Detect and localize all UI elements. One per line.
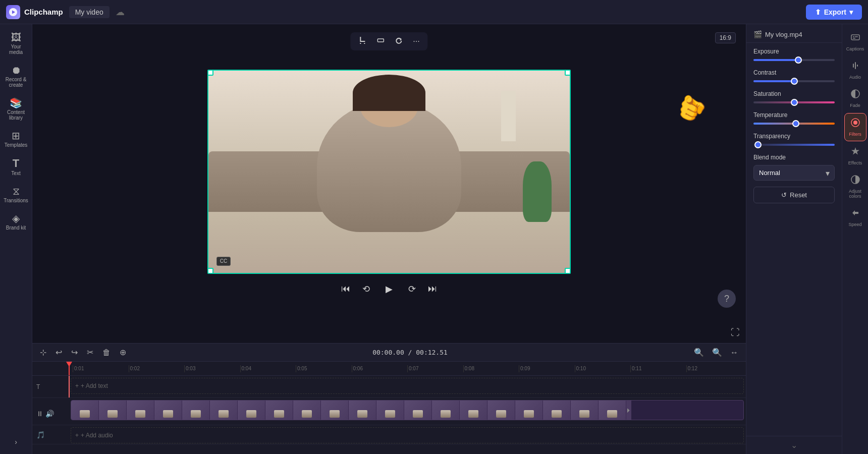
sidebar-item-your-media[interactable]: 🖼 Your media — [2, 28, 30, 59]
svg-rect-5 — [853, 38, 855, 39]
video-title[interactable]: My video — [69, 6, 110, 18]
your-media-icon: 🖼 — [11, 32, 21, 42]
pause-track-icon[interactable]: ⏸ — [36, 410, 43, 418]
rail-label-adjust: Adjust colors — [846, 189, 864, 199]
video-track-strip[interactable]: ⏵ — [71, 400, 744, 420]
play-pause-button[interactable]: ▶ — [380, 280, 398, 298]
skip-to-start-button[interactable]: ⏮ — [339, 281, 352, 296]
sidebar-item-templates[interactable]: ⊞ Templates — [2, 127, 30, 152]
add-text-track-button[interactable]: + + Add text — [71, 378, 744, 394]
add-audio-track-button[interactable]: + + Add audio — [71, 427, 744, 443]
saturation-section: Saturation — [753, 90, 835, 103]
video-thumb-5 — [182, 401, 210, 420]
sidebar-label-brand: Brand kit — [6, 225, 26, 231]
preview-toolbar: ··· — [350, 32, 427, 50]
rail-item-captions[interactable]: Captions — [844, 28, 866, 55]
contrast-slider-thumb[interactable] — [791, 78, 798, 85]
fullscreen-button[interactable]: ⛶ — [731, 327, 740, 338]
video-track-label: ⏸ 🔊 — [32, 406, 69, 418]
video-track-row: ⏸ 🔊 — [32, 398, 746, 425]
track-end-handle[interactable]: ⏵ — [626, 401, 631, 420]
video-track-content[interactable]: ⏵ — [69, 398, 746, 425]
timeline-delete-button[interactable]: 🗑 — [100, 347, 113, 359]
rail-item-adjust-colors[interactable]: Adjust colors — [844, 171, 866, 203]
contrast-slider-track[interactable] — [753, 80, 835, 82]
rotate-tool-button[interactable] — [392, 35, 406, 47]
audio-track-icon[interactable]: 🔊 — [45, 410, 54, 418]
resize-handle-tl[interactable] — [207, 70, 213, 76]
timeline-magnet-button[interactable]: ⊹ — [37, 346, 49, 359]
blend-mode-select[interactable]: Normal Multiply Screen Overlay Darken Li… — [753, 165, 835, 181]
video-frame[interactable]: CC — [207, 70, 571, 274]
sidebar-collapse-btn[interactable]: › — [2, 434, 30, 450]
panel-collapse-button[interactable]: ⌄ — [746, 436, 842, 454]
resize-handle-bl[interactable] — [207, 268, 213, 274]
sidebar-item-brand[interactable]: ◈ Brand kit — [2, 209, 30, 235]
exposure-slider-track[interactable] — [753, 59, 835, 61]
audio-track-content[interactable]: + + Add audio — [69, 425, 746, 444]
sidebar-item-content-library[interactable]: 📚 Content library — [2, 94, 30, 125]
zoom-in-button[interactable]: 🔍 — [710, 346, 725, 359]
file-name: My vlog.mp4 — [765, 31, 802, 38]
ruler-mark: 0:09 — [519, 365, 575, 372]
saturation-slider-track[interactable] — [753, 101, 835, 103]
video-scene — [208, 71, 570, 273]
rewind-button[interactable]: ⟲ — [360, 281, 372, 297]
timeline-cut-button[interactable]: ✂ — [84, 346, 96, 359]
zoom-out-button[interactable]: 🔍 — [691, 346, 707, 359]
forward-button[interactable]: ⟳ — [406, 281, 418, 297]
temperature-slider-thumb[interactable] — [792, 120, 799, 127]
ruler-mark: 0:06 — [352, 365, 408, 372]
saturation-label: Saturation — [753, 90, 835, 97]
rail-item-audio[interactable]: Audio — [844, 56, 866, 84]
text-track-content[interactable]: + + Add text — [69, 376, 746, 398]
crop-tool-button[interactable] — [355, 35, 369, 47]
ruler-mark: 0:04 — [240, 365, 296, 372]
sidebar-item-transitions[interactable]: ⧖ Transitions — [2, 182, 30, 207]
timeline-redo-button[interactable]: ↪ — [69, 346, 80, 359]
svg-rect-3 — [853, 36, 854, 37]
sidebar-item-text[interactable]: T Text — [2, 154, 30, 180]
left-sidebar: 🖼 Your media ⏺ Record & create 📚 Content… — [0, 24, 32, 454]
ruler-mark: 0:01 — [73, 365, 129, 372]
color-controls: Exposure Contrast Saturation — [746, 43, 842, 436]
video-thumb-19 — [571, 401, 599, 420]
cc-badge[interactable]: CC — [216, 257, 231, 266]
rail-item-speed[interactable]: Speed — [844, 204, 866, 231]
more-options-button[interactable]: ··· — [410, 35, 422, 47]
app-logo[interactable]: Clipchamp — [6, 5, 63, 19]
sidebar-label-your-media: Your media — [4, 44, 28, 55]
reset-icon: ↺ — [781, 191, 787, 199]
reset-button[interactable]: ↺ Reset — [753, 187, 835, 203]
rail-label-captions: Captions — [846, 46, 864, 51]
fit-tool-button[interactable] — [373, 35, 388, 47]
templates-icon: ⊞ — [12, 131, 20, 141]
timeline-add-button[interactable]: ⊕ — [117, 346, 129, 359]
far-right-rail: Captions Audio Fade — [842, 24, 868, 454]
transparency-slider-thumb[interactable] — [754, 141, 762, 148]
timeline-undo-button[interactable]: ↩ — [53, 346, 65, 359]
temperature-section: Temperature — [753, 111, 835, 125]
rail-item-effects[interactable]: Effects — [844, 142, 866, 169]
resize-handle-tr[interactable] — [565, 70, 571, 76]
video-thumb-20 — [599, 401, 626, 420]
text-track-label: T — [32, 383, 69, 390]
transitions-icon: ⧖ — [13, 186, 20, 196]
rail-item-filters[interactable]: Filters — [844, 113, 866, 141]
ruler-mark: 0:03 — [184, 365, 240, 372]
sidebar-item-record-create[interactable]: ⏺ Record & create — [2, 61, 30, 92]
temperature-slider-track[interactable] — [753, 123, 835, 125]
timeline-ruler: 0:01 0:02 0:03 0:04 0:05 0:06 0:07 0:08 … — [32, 362, 746, 376]
skip-to-end-button[interactable]: ⏭ — [426, 281, 439, 296]
rail-item-fade[interactable]: Fade — [844, 85, 866, 112]
video-thumb-4 — [154, 401, 182, 420]
video-thumb-9 — [293, 401, 321, 420]
record-create-icon: ⏺ — [11, 65, 21, 75]
help-button[interactable]: ? — [718, 290, 736, 308]
resize-handle-br[interactable] — [565, 268, 571, 274]
exposure-slider-thumb[interactable] — [795, 56, 802, 64]
export-button[interactable]: ⬆ Export ▾ — [806, 5, 862, 20]
fit-timeline-button[interactable]: ↔ — [728, 347, 741, 359]
saturation-slider-thumb[interactable] — [791, 99, 798, 106]
transparency-slider-track[interactable] — [753, 144, 835, 146]
